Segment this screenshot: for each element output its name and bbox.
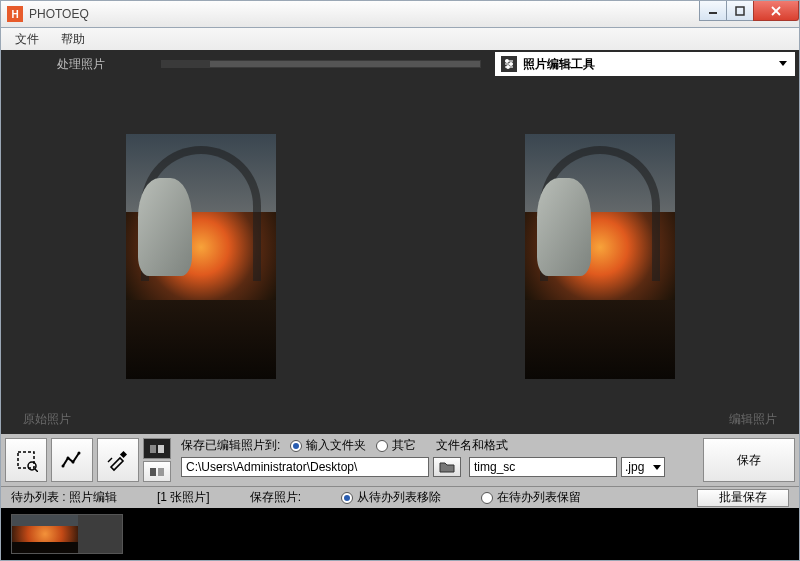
- sliders-icon: [501, 56, 517, 72]
- processing-label: 处理照片: [1, 56, 161, 73]
- app-icon: H: [7, 6, 23, 22]
- controls-row: 保存已编辑照片到: 输入文件夹 其它 文件名和格式 C:\Users\Admin…: [1, 434, 799, 486]
- radio-dot-icon: [341, 492, 353, 504]
- top-strip: 处理照片 照片编辑工具: [1, 50, 799, 78]
- save-photo-label: 保存照片:: [250, 489, 301, 506]
- todo-count: [1 张照片]: [157, 489, 210, 506]
- title-bar: H PHOTOEQ: [0, 0, 800, 28]
- batch-save-button[interactable]: 批量保存: [697, 489, 789, 507]
- save-to-label: 保存已编辑照片到:: [181, 437, 280, 454]
- original-preview-pane: 原始照片: [1, 78, 400, 434]
- progress-bar: [161, 60, 481, 68]
- maximize-button[interactable]: [726, 1, 754, 21]
- svg-rect-1: [736, 7, 744, 15]
- svg-point-9: [507, 66, 510, 69]
- levels-tool-button[interactable]: [51, 438, 93, 482]
- todo-label: 待办列表 : 照片编辑: [11, 489, 117, 506]
- menu-bar: 文件 帮助: [0, 28, 800, 50]
- menu-help[interactable]: 帮助: [51, 29, 95, 50]
- tool-buttons: [1, 434, 143, 486]
- svg-rect-20: [158, 445, 164, 453]
- todo-thumbnail[interactable]: [11, 514, 123, 554]
- svg-point-12: [28, 462, 36, 470]
- original-caption: 原始照片: [23, 411, 71, 428]
- svg-rect-19: [150, 445, 156, 453]
- browse-folder-button[interactable]: [433, 457, 461, 477]
- path-input[interactable]: C:\Users\Administrator\Desktop\: [181, 457, 429, 477]
- svg-point-16: [72, 461, 75, 464]
- svg-rect-18: [120, 451, 127, 458]
- radio-other[interactable]: 其它: [376, 437, 416, 454]
- svg-point-17: [78, 452, 81, 455]
- radio-dot-icon: [290, 440, 302, 452]
- minimize-button[interactable]: [699, 1, 727, 21]
- tools-dropdown[interactable]: 照片编辑工具: [495, 52, 795, 76]
- window-title: PHOTOEQ: [29, 7, 89, 21]
- preview-mode-dark-button[interactable]: [143, 438, 171, 459]
- save-button[interactable]: 保存: [703, 438, 795, 482]
- edited-preview-pane: 编辑照片: [400, 78, 799, 434]
- edited-image[interactable]: [525, 134, 675, 379]
- radio-other-label: 其它: [392, 437, 416, 454]
- close-button[interactable]: [753, 1, 799, 21]
- svg-rect-11: [18, 452, 34, 468]
- svg-line-13: [35, 469, 38, 472]
- radio-input-folder-label: 输入文件夹: [306, 437, 366, 454]
- svg-marker-23: [653, 465, 661, 470]
- filename-input[interactable]: timg_sc: [469, 457, 617, 477]
- radio-dot-icon: [481, 492, 493, 504]
- radio-input-folder[interactable]: 输入文件夹: [290, 437, 366, 454]
- radio-dot-icon: [376, 440, 388, 452]
- preview-mode-stack: [143, 434, 175, 486]
- svg-point-8: [510, 63, 513, 66]
- menu-file[interactable]: 文件: [5, 29, 49, 50]
- original-image[interactable]: [126, 134, 276, 379]
- tools-dropdown-label: 照片编辑工具: [523, 56, 595, 73]
- svg-point-15: [67, 457, 70, 460]
- save-panel: 保存已编辑照片到: 输入文件夹 其它 文件名和格式 C:\Users\Admin…: [175, 434, 699, 486]
- extension-value: .jpg: [625, 460, 644, 474]
- app-body: 处理照片 照片编辑工具 原始照片 编辑照片: [0, 50, 800, 561]
- edited-caption: 编辑照片: [729, 411, 777, 428]
- svg-line-3: [772, 7, 780, 15]
- radio-keep-in-todo[interactable]: 在待办列表保留: [481, 489, 581, 506]
- eyedropper-tool-button[interactable]: [97, 438, 139, 482]
- preview-area: 原始照片 编辑照片: [1, 78, 799, 434]
- svg-line-2: [772, 7, 780, 15]
- thumbnail-image: [12, 515, 78, 553]
- svg-point-7: [506, 60, 509, 63]
- svg-rect-21: [150, 468, 156, 476]
- extension-select[interactable]: .jpg: [621, 457, 665, 477]
- window-controls: [700, 1, 799, 21]
- todo-bar: 待办列表 : 照片编辑 [1 张照片] 保存照片: 从待办列表移除 在待办列表保…: [1, 486, 799, 508]
- svg-point-14: [62, 465, 65, 468]
- svg-rect-22: [158, 468, 164, 476]
- radio-remove-from-todo[interactable]: 从待办列表移除: [341, 489, 441, 506]
- filename-format-label: 文件名和格式: [436, 437, 508, 454]
- thumbnail-strip: [1, 508, 799, 560]
- folder-icon: [439, 460, 455, 474]
- svg-marker-10: [779, 61, 787, 66]
- preview-mode-light-button[interactable]: [143, 461, 171, 482]
- chevron-down-icon: [653, 460, 661, 474]
- radio-remove-label: 从待办列表移除: [357, 489, 441, 506]
- chevron-down-icon: [777, 57, 789, 72]
- crop-tool-button[interactable]: [5, 438, 47, 482]
- radio-keep-label: 在待办列表保留: [497, 489, 581, 506]
